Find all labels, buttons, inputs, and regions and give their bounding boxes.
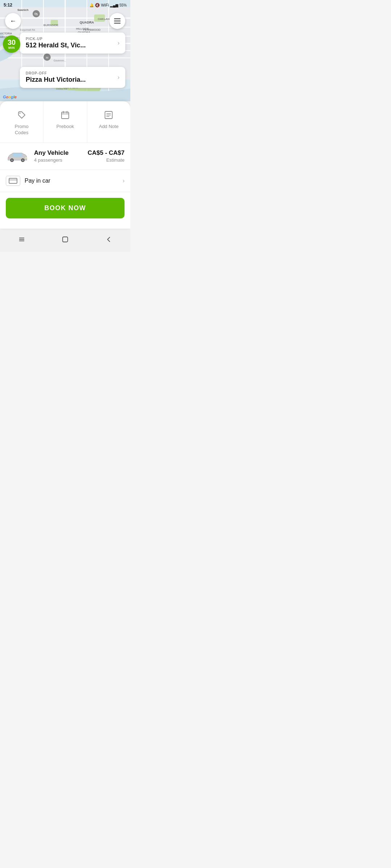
dropoff-card[interactable]: DROP-OFF Pizza Hut Victoria... › xyxy=(20,67,125,88)
svg-rect-58 xyxy=(25,157,27,158)
google-logo: Google xyxy=(3,95,17,99)
status-bar: 5:12 🔔 🔇 WiFi ▂▄▆ 55% xyxy=(0,0,130,10)
add-note-label: Add Note xyxy=(99,124,118,130)
svg-text:HILLSIDE -: HILLSIDE - xyxy=(76,27,91,30)
vehicle-row[interactable]: Any Vehicle 4 passengers CA$5 - CA$7 Est… xyxy=(0,143,130,170)
bottom-nav xyxy=(0,229,130,252)
home-button[interactable] xyxy=(59,233,72,246)
wifi-icon: WiFi xyxy=(101,3,109,7)
menu-line-2 xyxy=(114,21,121,21)
svg-text:VICTORIA: VICTORIA xyxy=(0,32,12,35)
battery-level: 55% xyxy=(119,3,127,7)
svg-text:Esquimalt Rd: Esquimalt Rd xyxy=(20,29,35,31)
promo-codes-button[interactable]: PromoCodes xyxy=(0,101,43,142)
svg-rect-46 xyxy=(62,112,69,119)
svg-text:M: M xyxy=(46,56,49,59)
vehicle-price: CA$5 - CA$7 Estimate xyxy=(88,149,125,163)
svg-text:Dallas Rd: Dallas Rd xyxy=(56,88,67,90)
prebook-label: Prebook xyxy=(56,124,74,130)
menu-button[interactable] xyxy=(109,13,125,29)
pickup-label: PICK-UP xyxy=(26,37,86,41)
back-button[interactable]: ← xyxy=(5,13,21,29)
vehicle-price-label: Estimate xyxy=(88,157,125,163)
back-arrow-icon: ← xyxy=(10,17,16,25)
dropoff-label: DROP-OFF xyxy=(26,71,86,75)
pickup-address: 512 Herald St, Vic... xyxy=(26,42,86,49)
mute-icon: 🔇 xyxy=(95,3,100,8)
vehicle-image xyxy=(6,149,29,163)
bottom-sheet: PromoCodes Prebook xyxy=(0,101,130,229)
status-time: 5:12 xyxy=(4,3,12,8)
pickup-arrow-icon: › xyxy=(118,40,119,46)
vehicle-passengers: 4 passengers xyxy=(34,157,88,163)
svg-text:Governm...: Governm... xyxy=(54,59,66,62)
recent-apps-icon xyxy=(18,235,26,243)
svg-rect-59 xyxy=(8,157,9,158)
vehicle-info: Any Vehicle 4 passengers xyxy=(34,149,88,163)
prebook-icon xyxy=(59,109,71,121)
payment-arrow-icon: › xyxy=(123,178,125,184)
svg-text:🛍: 🛍 xyxy=(34,12,38,16)
svg-point-45 xyxy=(19,113,20,114)
eta-number: 30 xyxy=(8,39,16,46)
eta-unit: MIN xyxy=(8,46,15,50)
recent-apps-button[interactable] xyxy=(15,233,28,246)
dropoff-arrow-icon: › xyxy=(118,74,119,81)
eta-badge: 30 MIN xyxy=(3,35,20,53)
svg-text:QUADRA: QUADRA xyxy=(80,21,94,24)
payment-card-icon xyxy=(6,176,20,186)
payment-row[interactable]: Pay in car › xyxy=(0,170,130,192)
signal-icon: ▂▄▆ xyxy=(110,3,118,7)
menu-line-1 xyxy=(114,18,121,19)
back-nav-button[interactable] xyxy=(102,233,115,246)
map-container: M 🛍 Saanich VICTORIA WEST Victoria Craig… xyxy=(0,0,130,101)
book-now-button[interactable]: BOOK NOW xyxy=(6,198,125,218)
prebook-button[interactable]: Prebook xyxy=(43,101,87,142)
svg-point-55 xyxy=(11,159,13,161)
svg-rect-60 xyxy=(9,178,17,183)
dropoff-info: DROP-OFF Pizza Hut Victoria... xyxy=(26,71,86,84)
pickup-info: PICK-UP 512 Herald St, Vic... xyxy=(26,37,86,49)
dropoff-address: Pizza Hut Victoria... xyxy=(26,76,86,84)
vehicle-price-range: CA$5 - CA$7 xyxy=(88,149,125,157)
home-icon xyxy=(61,235,69,243)
promo-codes-label: PromoCodes xyxy=(15,124,29,136)
pickup-card[interactable]: PICK-UP 512 Herald St, Vic... › xyxy=(20,33,125,54)
status-icons: 🔔 🔇 WiFi ▂▄▆ 55% xyxy=(89,3,127,8)
svg-rect-65 xyxy=(63,237,68,242)
svg-rect-61 xyxy=(9,179,17,180)
action-row: PromoCodes Prebook xyxy=(0,101,130,143)
alarm-icon: 🔔 xyxy=(89,3,94,7)
back-nav-icon xyxy=(105,235,113,243)
payment-label: Pay in car xyxy=(25,178,123,184)
add-note-icon xyxy=(103,109,114,121)
add-note-button[interactable]: Add Note xyxy=(87,101,130,142)
promo-codes-icon xyxy=(16,109,28,121)
svg-text:BURNSIDE: BURNSIDE xyxy=(43,24,58,27)
svg-point-57 xyxy=(22,159,24,161)
menu-line-3 xyxy=(114,23,121,24)
vehicle-name: Any Vehicle xyxy=(34,149,88,157)
book-now-wrapper: BOOK NOW xyxy=(0,192,130,221)
